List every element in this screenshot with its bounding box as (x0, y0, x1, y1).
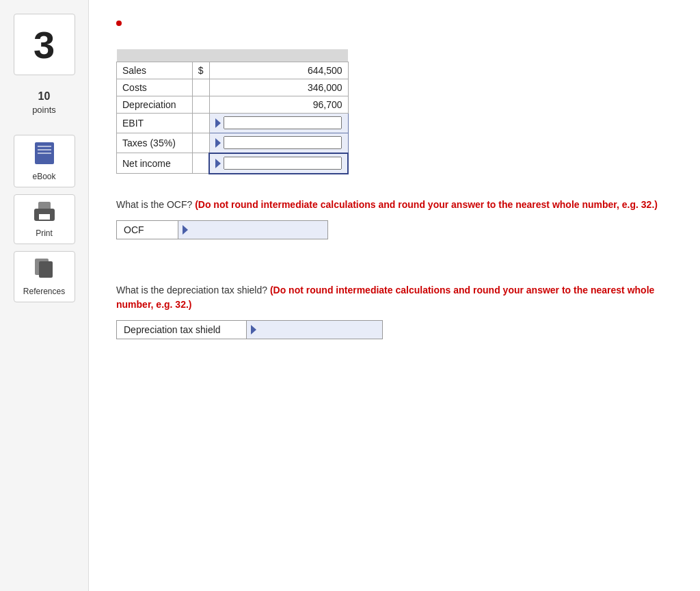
table-row: EBIT (117, 113, 349, 133)
net-income-input[interactable] (224, 157, 342, 170)
references-button[interactable]: References (14, 251, 75, 302)
ebit-input[interactable] (224, 116, 342, 129)
points-value: 10 (32, 89, 56, 104)
table-header (117, 49, 349, 62)
ocf-triangle (183, 225, 188, 235)
table-row: Taxes (35%) (117, 133, 349, 153)
depreciation-question-text: What is the depreciation tax shield? (Do… (116, 283, 673, 312)
depreciation-value: 96,700 (209, 96, 348, 113)
net-income-label: Net income (117, 153, 193, 174)
question-number: 3 (33, 23, 55, 67)
depreciation-input[interactable] (259, 324, 382, 335)
references-icon (35, 259, 54, 283)
ebit-triangle (215, 118, 221, 128)
table-row: Costs 346,000 (117, 79, 349, 96)
depreciation-answer-label: Depreciation tax shield (117, 321, 247, 339)
ocf-answer-label: OCF (117, 221, 178, 239)
taxes-dollar (192, 133, 209, 153)
ocf-input-area (178, 221, 327, 239)
ocf-answer-row: OCF (116, 220, 328, 239)
costs-value: 346,000 (209, 79, 348, 96)
print-icon (34, 202, 55, 225)
sales-dollar: $ (192, 62, 209, 79)
depreciation-label: Depreciation (117, 96, 193, 113)
taxes-triangle (215, 138, 221, 148)
main-content: Sales $ 644,500 Costs 346,000 Depreciati… (89, 0, 700, 591)
costs-label: Costs (117, 79, 193, 96)
ocf-question-text: What is the OCF? (Do not round intermedi… (116, 198, 673, 212)
sales-label: Sales (117, 62, 193, 79)
ebook-label: eBook (32, 172, 55, 181)
depreciation-dollar (192, 96, 209, 113)
ocf-question-plain: What is the OCF? (116, 199, 192, 210)
net-income-dollar (192, 153, 209, 174)
print-button[interactable]: Print (14, 194, 75, 244)
table-row: Sales $ 644,500 (117, 62, 349, 79)
table-row: Net income (117, 153, 349, 174)
question-number-box: 3 (14, 14, 75, 75)
page-container: 3 10 points eBook Print (0, 0, 700, 591)
ebit-label: EBIT (117, 113, 193, 133)
print-label: Print (36, 228, 53, 238)
depreciation-tax-shield-section: What is the depreciation tax shield? (Do… (116, 283, 673, 339)
net-income-triangle (215, 159, 221, 168)
depreciation-answer-row: Depreciation tax shield (116, 320, 383, 339)
net-income-input-cell (209, 153, 348, 174)
taxes-label: Taxes (35%) (117, 133, 193, 153)
depreciation-input-area (247, 321, 382, 339)
table-row: Depreciation 96,700 (117, 96, 349, 113)
references-label: References (23, 287, 65, 296)
ocf-section: What is the OCF? (Do not round intermedi… (116, 198, 673, 239)
ebook-button[interactable]: eBook (14, 135, 75, 187)
income-table: Sales $ 644,500 Costs 346,000 Depreciati… (116, 49, 349, 174)
taxes-input[interactable] (224, 136, 342, 149)
ocf-question-bold: (Do not round intermediate calculations … (195, 199, 658, 210)
red-dot (116, 21, 122, 26)
sales-value: 644,500 (209, 62, 348, 79)
points-label: 10 points (32, 89, 56, 117)
ocf-input[interactable] (191, 224, 327, 235)
ebook-icon (35, 142, 54, 168)
depreciation-question-plain: What is the depreciation tax shield? (116, 285, 267, 296)
ebit-dollar (192, 113, 209, 133)
points-text: points (32, 105, 56, 115)
taxes-input-cell (209, 133, 348, 153)
sidebar: 3 10 points eBook Print (0, 0, 89, 591)
costs-dollar (192, 79, 209, 96)
ebit-input-cell (209, 113, 348, 133)
depreciation-triangle (251, 325, 256, 334)
